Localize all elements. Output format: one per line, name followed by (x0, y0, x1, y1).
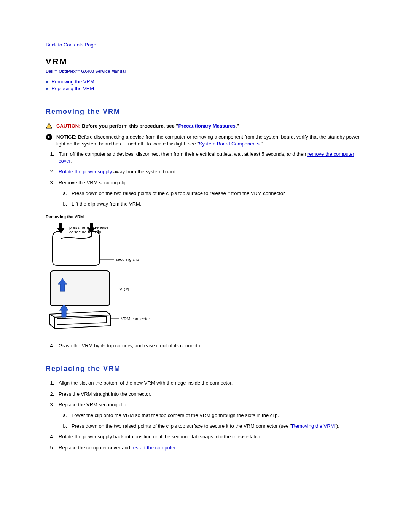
figure-label-press: press here to release or secure the clip (69, 225, 108, 234)
caution-row: CAUTION: Before you perform this procedu… (46, 123, 365, 130)
rm-step3a: Press down on the two raised points of t… (68, 190, 365, 197)
caution-label: CAUTION: (56, 123, 82, 129)
divider (46, 354, 365, 354)
precautionary-measures-link[interactable]: Precautionary Measures (178, 123, 235, 129)
removing-heading: Removing the VRM (46, 108, 365, 116)
rp-step4: Rotate the power supply back into positi… (56, 433, 365, 440)
figure-label-vrm: VRM (119, 287, 129, 291)
rm-step3b: Lift the clip away from the VRM. (68, 201, 365, 208)
rm-step3: Remove the VRM securing clip: (59, 180, 128, 185)
divider (46, 97, 365, 97)
rp-step3: Replace the VRM securing clip: (59, 402, 127, 407)
removing-vrm-link[interactable]: Removing the VRM (292, 423, 335, 429)
removing-steps: Turn off the computer and devices, disco… (56, 151, 365, 208)
figure-label-connector: VRM connector (121, 316, 150, 321)
rp-step2: Press the VRM straight into the connecto… (56, 391, 365, 398)
notice-label: NOTICE: (56, 134, 78, 140)
rp-step3-sub: Lower the clip onto the VRM so that the … (68, 412, 365, 430)
rp-step1: Align the slot on the bottom of the new … (56, 380, 365, 387)
toc-replacing-link[interactable]: Replacing the VRM (51, 86, 94, 91)
rp-step3b-suffix: "). (335, 423, 339, 429)
caution-prefix: Before you perform this procedure, see " (82, 123, 178, 129)
rm-step2-suffix: away from the system board. (112, 169, 177, 174)
svg-rect-2 (49, 127, 49, 128)
removing-steps-cont: Grasp the VRM by its top corners, and ea… (56, 342, 365, 349)
vrm-figure: press here to release or secure the clip… (46, 223, 167, 337)
rm-step3-sub: Press down on the two raised points of t… (68, 190, 365, 208)
replacing-steps: Align the slot on the bottom of the new … (56, 380, 365, 451)
rm-step1-suffix: . (70, 158, 72, 164)
rp-step5-suffix: . (175, 445, 177, 451)
figure-label-clip: securing clip (116, 257, 139, 262)
page-title: VRM (46, 57, 365, 67)
toc-list: Removing the VRM Replacing the VRM (46, 79, 365, 91)
rp-step3b-prefix: Press down on the two raised points of t… (72, 423, 292, 429)
notice-suffix: ." (260, 141, 263, 147)
back-to-contents-link[interactable]: Back to Contents Page (46, 42, 96, 48)
rp-step5-prefix: Replace the computer cover and (59, 445, 132, 451)
rm-step4: Grasp the VRM by its top corners, and ea… (56, 342, 365, 349)
toc-removing-link[interactable]: Removing the VRM (51, 79, 94, 85)
caution-suffix: ." (236, 123, 239, 129)
restart-computer-link[interactable]: restart the computer (132, 445, 176, 451)
svg-rect-1 (49, 125, 49, 126)
rm-step1-prefix: Turn off the computer and devices, disco… (59, 151, 307, 157)
rp-step3a: Lower the clip onto the VRM so that the … (68, 412, 365, 419)
manual-subtitle: Dell™ OptiPlex™ GX400 Service Manual (46, 69, 365, 73)
caution-icon (46, 123, 54, 130)
notice-icon (46, 134, 54, 142)
replacing-heading: Replacing the VRM (46, 365, 365, 373)
system-board-components-link[interactable]: System Board Components (199, 141, 260, 147)
figure-caption: Removing the VRM (46, 214, 365, 219)
rotate-power-supply-link[interactable]: Rotate the power supply (59, 169, 112, 174)
notice-row: NOTICE: Before disconnecting a device fr… (46, 134, 365, 147)
